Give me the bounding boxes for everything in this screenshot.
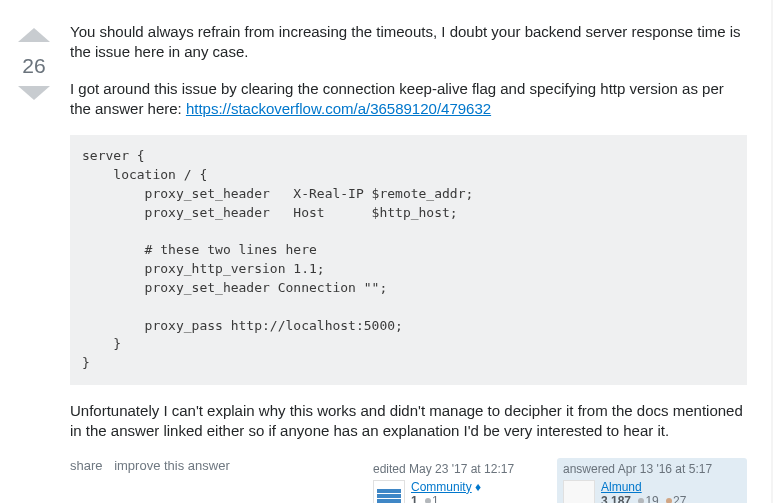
vote-column: 26: [8, 16, 60, 503]
answer: 26 You should always refrain from increa…: [0, 0, 773, 503]
reference-link[interactable]: https://stackoverflow.com/a/36589120/479…: [186, 100, 491, 117]
paragraph-2: I got around this issue by clearing the …: [70, 79, 747, 120]
bronze-badge-icon: [666, 498, 672, 503]
editor-silver-count: 1: [432, 494, 439, 503]
svg-rect-4: [564, 481, 594, 503]
post-body: You should always refrain from increasin…: [60, 16, 747, 503]
editor-card: edited May 23 '17 at 12:17 Community ♦ 1…: [367, 458, 557, 503]
author-info: Almund 3,187 19 27: [595, 480, 686, 503]
upvote-arrow-icon[interactable]: [18, 28, 50, 42]
vote-count: 26: [8, 48, 60, 84]
editor-avatar[interactable]: [373, 480, 405, 503]
author-flair: 3,187 19 27: [601, 494, 686, 503]
svg-rect-1: [377, 489, 401, 493]
author-card: answered Apr 13 '16 at 5:17 Almund 3,187…: [557, 458, 747, 503]
answered-time: answered Apr 13 '16 at 5:17: [563, 462, 741, 476]
author-avatar[interactable]: [563, 480, 595, 503]
editor-info: Community ♦ 1 1: [405, 480, 481, 503]
downvote-arrow-icon[interactable]: [18, 86, 50, 100]
silver-badge-icon: [638, 498, 644, 503]
silver-badge-icon: [425, 498, 431, 503]
svg-rect-3: [377, 499, 401, 503]
editor-name-link[interactable]: Community: [411, 480, 472, 494]
author-rep: 3,187: [601, 494, 631, 503]
paragraph-3: Unfortunately I can't explain why this w…: [70, 401, 747, 442]
svg-rect-2: [377, 494, 401, 498]
author-silver-count: 19: [645, 494, 658, 503]
author-name-link[interactable]: Almund: [601, 480, 642, 494]
improve-link[interactable]: improve this answer: [114, 458, 230, 473]
editor-rep: 1: [411, 494, 418, 503]
moderator-diamond-icon: ♦: [475, 480, 481, 494]
author-bronze-count: 27: [673, 494, 686, 503]
action-links: share improve this answer: [70, 458, 367, 473]
paragraph-1: You should always refrain from increasin…: [70, 22, 747, 63]
edited-time: edited May 23 '17 at 12:17: [373, 462, 551, 476]
code-block: server { location / { proxy_set_header X…: [70, 135, 747, 385]
editor-flair: 1 1: [411, 494, 481, 503]
post-actions: share improve this answer edited May 23 …: [70, 458, 747, 503]
share-link[interactable]: share: [70, 458, 103, 473]
